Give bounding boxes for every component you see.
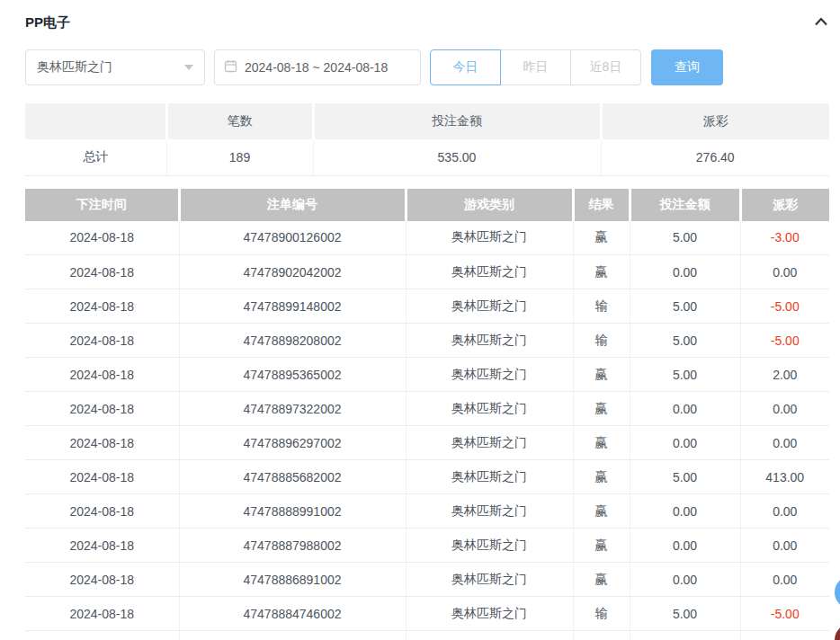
cell-time: 2024-08-18 <box>25 494 179 529</box>
detail-table: 下注时间 注单编号 游戏类别 结果 投注金额 派彩 2024-08-184747… <box>25 189 829 640</box>
detail-header-bet-amount: 投注金额 <box>630 189 740 221</box>
cell-bet: 5.00 <box>630 221 740 255</box>
cell-empty <box>740 631 829 640</box>
cell-bet: 5.00 <box>630 460 740 494</box>
cell-time: 2024-08-18 <box>25 563 179 597</box>
quick-range-button-0[interactable]: 今日 <box>430 49 501 85</box>
cell-bet: 0.00 <box>630 392 740 426</box>
detail-header-game: 游戏类别 <box>406 189 573 221</box>
date-range-input[interactable]: 2024-08-18 ~ 2024-08-18 <box>214 49 421 85</box>
table-row: 2024-08-1847478900126002奥林匹斯之门赢5.00-3.00 <box>25 221 829 255</box>
cell-payout: -5.00 <box>740 324 829 358</box>
collapse-button[interactable] <box>813 15 829 31</box>
cell-payout: -5.00 <box>740 597 829 631</box>
cell-result: 赢 <box>573 494 630 529</box>
cell-game: 奥林匹斯之门 <box>406 529 573 563</box>
detail-table-body: 2024-08-1847478900126002奥林匹斯之门赢5.00-3.00… <box>25 221 829 640</box>
cell-empty <box>179 631 406 640</box>
cell-payout: 0.00 <box>740 426 829 460</box>
cell-id: 47478898208002 <box>179 324 406 358</box>
table-row: 2024-08-1847478897322002奥林匹斯之门赢0.000.00 <box>25 392 829 426</box>
game-select[interactable]: 奥林匹斯之门 <box>25 49 205 85</box>
summary-header-count: 笔数 <box>166 103 313 139</box>
date-range-value: 2024-08-18 ~ 2024-08-18 <box>245 60 388 75</box>
cell-game: 奥林匹斯之门 <box>406 563 573 597</box>
quick-range-button-1[interactable]: 昨日 <box>500 49 571 85</box>
cell-payout: 413.00 <box>740 460 829 494</box>
cell-payout: 0.00 <box>740 563 829 597</box>
quick-range-button-2[interactable]: 近8日 <box>570 49 641 85</box>
detail-header-time: 下注时间 <box>25 189 179 221</box>
cell-bet: 0.00 <box>630 494 740 529</box>
cell-id: 47478902042002 <box>179 255 406 289</box>
cell-bet: 0.00 <box>630 255 740 289</box>
cell-payout: 2.00 <box>740 358 829 392</box>
cell-payout: 0.00 <box>740 255 829 289</box>
cell-time: 2024-08-18 <box>25 221 179 255</box>
chevron-up-icon <box>813 15 829 31</box>
cell-bet: 5.00 <box>630 289 740 324</box>
cell-game: 奥林匹斯之门 <box>406 358 573 392</box>
quick-range-group: 今日昨日近8日 <box>430 49 641 85</box>
table-row: 2024-08-1847478886891002奥林匹斯之门赢0.000.00 <box>25 563 829 597</box>
cell-time: 2024-08-18 <box>25 392 179 426</box>
detail-header-row: 下注时间 注单编号 游戏类别 结果 投注金额 派彩 <box>25 189 829 221</box>
panel-header: PP电子 <box>25 13 829 32</box>
cell-bet: 5.00 <box>630 324 740 358</box>
cell-time: 2024-08-18 <box>25 460 179 494</box>
summary-total-bet-amount: 535.00 <box>313 139 601 175</box>
cell-id: 47478885682002 <box>179 460 406 494</box>
summary-total-payout: 276.40 <box>601 139 829 175</box>
cell-game: 奥林匹斯之门 <box>406 426 573 460</box>
cell-payout: 0.00 <box>740 529 829 563</box>
table-row: 2024-08-1847478902042002奥林匹斯之门赢0.000.00 <box>25 255 829 289</box>
cell-id: 47478899148002 <box>179 289 406 324</box>
cell-result: 输 <box>573 597 630 631</box>
cell-id: 47478888991002 <box>179 494 406 529</box>
cell-id: 47478895365002 <box>179 358 406 392</box>
chevron-down-icon <box>184 65 193 70</box>
cell-result: 输 <box>573 289 630 324</box>
summary-total-row: 总计 189 535.00 276.40 <box>25 139 829 175</box>
cell-game: 奥林匹斯之门 <box>406 597 573 631</box>
game-select-value: 奥林匹斯之门 <box>37 59 112 76</box>
detail-header-result: 结果 <box>573 189 630 221</box>
cell-payout: 0.00 <box>740 494 829 529</box>
cell-time: 2024-08-18 <box>25 358 179 392</box>
cell-time: 2024-08-18 <box>25 529 179 563</box>
cell-time: 2024-08-18 <box>25 426 179 460</box>
cell-id: 47478896297002 <box>179 426 406 460</box>
summary-table: 笔数 投注金额 派彩 总计 189 535.00 276.40 <box>25 103 829 176</box>
cell-result: 赢 <box>573 529 630 563</box>
cell-game: 奥林匹斯之门 <box>406 289 573 324</box>
summary-header-bet-amount: 投注金额 <box>313 103 601 139</box>
cell-payout: -5.00 <box>740 289 829 324</box>
cell-empty <box>25 631 179 640</box>
cell-id: 47478884746002 <box>179 597 406 631</box>
table-row: 2024-08-1847478887988002奥林匹斯之门赢0.000.00 <box>25 529 829 563</box>
summary-total-label: 总计 <box>25 139 166 175</box>
cell-game: 奥林匹斯之门 <box>406 460 573 494</box>
calendar-icon <box>224 59 237 76</box>
panel-title: PP电子 <box>25 14 70 31</box>
summary-header-empty <box>25 103 166 139</box>
summary-header-payout: 派彩 <box>601 103 829 139</box>
cell-empty <box>573 631 630 640</box>
cell-empty <box>630 631 740 640</box>
query-button[interactable]: 查询 <box>651 49 723 85</box>
cell-bet: 5.00 <box>630 358 740 392</box>
panel: PP电子 奥林匹斯之门 2024-08-18 ~ 2024 <box>0 0 840 640</box>
cell-id: 47478897322002 <box>179 392 406 426</box>
table-row: 2024-08-1847478896297002奥林匹斯之门赢0.000.00 <box>25 426 829 460</box>
summary-header-row: 笔数 投注金额 派彩 <box>25 103 829 139</box>
summary-total-count: 189 <box>166 139 313 175</box>
detail-header-payout: 派彩 <box>740 189 829 221</box>
cell-bet: 0.00 <box>630 426 740 460</box>
detail-header-bet-id: 注单编号 <box>179 189 406 221</box>
table-row: 2024-08-1847478888991002奥林匹斯之门赢0.000.00 <box>25 494 829 529</box>
cell-result: 输 <box>573 324 630 358</box>
cell-result: 赢 <box>573 426 630 460</box>
cell-id: 47478887988002 <box>179 529 406 563</box>
table-row: 2024-08-1847478898208002奥林匹斯之门输5.00-5.00 <box>25 324 829 358</box>
cell-time: 2024-08-18 <box>25 597 179 631</box>
